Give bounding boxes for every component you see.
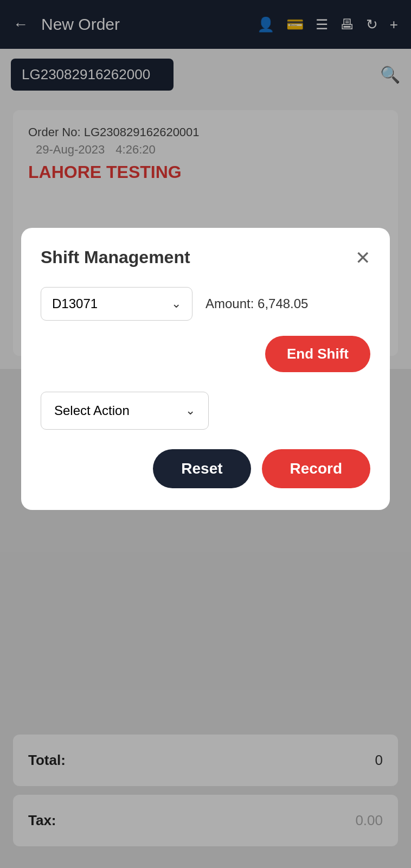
end-shift-button[interactable]: End Shift (265, 336, 370, 372)
amount-label: Amount: 6,748.05 (206, 296, 308, 311)
shift-management-modal: Shift Management ✕ D13071 ⌄ Amount: 6,74… (21, 228, 390, 510)
record-button[interactable]: Record (262, 449, 370, 488)
modal-overlay: Shift Management ✕ D13071 ⌄ Amount: 6,74… (0, 0, 411, 868)
select-action-dropdown[interactable]: Select Action ⌄ (41, 392, 209, 430)
end-shift-row: End Shift (41, 336, 370, 372)
select-action-value: Select Action (54, 403, 130, 418)
shift-dropdown[interactable]: D13071 ⌄ (41, 287, 192, 321)
chevron-down-icon: ⌄ (171, 297, 181, 311)
reset-button[interactable]: Reset (153, 449, 251, 488)
modal-header: Shift Management ✕ (41, 247, 370, 267)
dropdown-amount-row: D13071 ⌄ Amount: 6,748.05 (41, 287, 370, 321)
shift-dropdown-value: D13071 (52, 296, 98, 311)
action-chevron-down-icon: ⌄ (185, 404, 195, 418)
modal-title: Shift Management (41, 247, 190, 267)
button-row: Reset Record (41, 449, 370, 488)
close-button[interactable]: ✕ (355, 248, 370, 267)
